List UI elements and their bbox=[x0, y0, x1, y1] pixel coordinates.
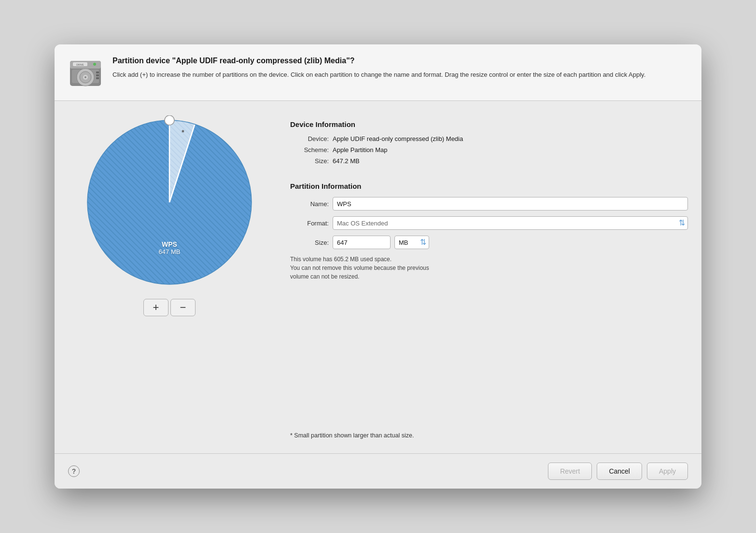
size-unit-select[interactable]: MB GB TB bbox=[394, 236, 429, 249]
partition-name-input[interactable] bbox=[333, 197, 688, 210]
pie-chart-svg: * bbox=[83, 115, 256, 289]
size-label: Size: bbox=[290, 157, 329, 165]
footer-buttons: Revert Cancel Apply bbox=[548, 463, 688, 480]
size-field-label: Size: bbox=[290, 239, 329, 246]
add-partition-button[interactable]: + bbox=[143, 299, 168, 316]
cancel-button[interactable]: Cancel bbox=[597, 463, 642, 480]
apply-button[interactable]: Apply bbox=[647, 463, 688, 480]
svg-point-12 bbox=[93, 63, 96, 66]
remove-partition-button[interactable]: − bbox=[170, 299, 196, 316]
dialog-footer: ? Revert Cancel Apply bbox=[55, 453, 701, 489]
device-row: Device: Apple UDIF read-only compressed … bbox=[290, 135, 688, 142]
scheme-value: Apple Partition Map bbox=[333, 146, 387, 154]
format-select[interactable]: Mac OS Extended Mac OS Extended (Journal… bbox=[333, 216, 688, 230]
size-row: Size: 647.2 MB bbox=[290, 157, 688, 165]
svg-point-6 bbox=[84, 76, 86, 78]
scheme-row: Scheme: Apple Partition Map bbox=[290, 146, 688, 154]
device-value: Apple UDIF read-only compressed (zlib) M… bbox=[333, 135, 463, 142]
size-value-input[interactable] bbox=[333, 236, 391, 249]
name-field-row: Name: bbox=[290, 197, 688, 210]
dialog-title: Partition device "Apple UDIF read-only c… bbox=[112, 56, 688, 66]
device-section-title: Device Information bbox=[290, 120, 688, 128]
note-line2: You can not remove this volume because t… bbox=[290, 265, 429, 271]
scheme-label: Scheme: bbox=[290, 146, 329, 154]
svg-text:DRIVE: DRIVE bbox=[76, 63, 84, 66]
note-line3: volume can not be resized. bbox=[290, 273, 359, 280]
svg-rect-9 bbox=[96, 77, 99, 79]
partition-section: Partition Information Name: Format: Mac … bbox=[290, 182, 688, 281]
info-panel: Device Information Device: Apple UDIF re… bbox=[290, 115, 688, 439]
partition-controls: + − bbox=[143, 299, 196, 316]
size-input-row: MB GB TB ⇅ bbox=[333, 236, 429, 249]
svg-text:*: * bbox=[182, 128, 184, 136]
revert-button[interactable]: Revert bbox=[548, 463, 592, 480]
header-text: Partition device "Apple UDIF read-only c… bbox=[112, 56, 688, 79]
disk-icon: DRIVE bbox=[68, 56, 103, 91]
chart-area: * WPS 647 MB + − bbox=[68, 115, 271, 439]
partition-dialog: DRIVE Partition device "Apple UDIF read-… bbox=[55, 44, 701, 489]
help-button[interactable]: ? bbox=[68, 465, 80, 477]
dialog-description: Click add (+) to increase the number of … bbox=[112, 70, 688, 80]
svg-rect-7 bbox=[96, 71, 99, 73]
pie-chart-container: * WPS 647 MB bbox=[83, 115, 256, 289]
format-select-wrapper: Mac OS Extended Mac OS Extended (Journal… bbox=[333, 216, 688, 230]
device-label: Device: bbox=[290, 135, 329, 142]
note-line1: This volume has 605.2 MB used space. bbox=[290, 256, 392, 263]
resize-handle bbox=[165, 115, 174, 125]
footnote: * Small partition shown larger than actu… bbox=[290, 432, 688, 439]
format-field-row: Format: Mac OS Extended Mac OS Extended … bbox=[290, 216, 688, 230]
svg-rect-8 bbox=[96, 74, 99, 76]
dialog-header: DRIVE Partition device "Apple UDIF read-… bbox=[55, 44, 701, 101]
partition-section-title: Partition Information bbox=[290, 182, 688, 190]
format-field-label: Format: bbox=[290, 220, 329, 227]
device-section: Device Information Device: Apple UDIF re… bbox=[290, 120, 688, 168]
size-value: 647.2 MB bbox=[333, 157, 360, 165]
size-note: This volume has 605.2 MB used space. You… bbox=[290, 255, 688, 281]
name-field-label: Name: bbox=[290, 200, 329, 208]
size-unit-wrapper: MB GB TB ⇅ bbox=[394, 236, 429, 249]
size-field-row: Size: MB GB TB ⇅ bbox=[290, 236, 688, 249]
dialog-content: * WPS 647 MB + − Device Information De bbox=[55, 101, 701, 453]
